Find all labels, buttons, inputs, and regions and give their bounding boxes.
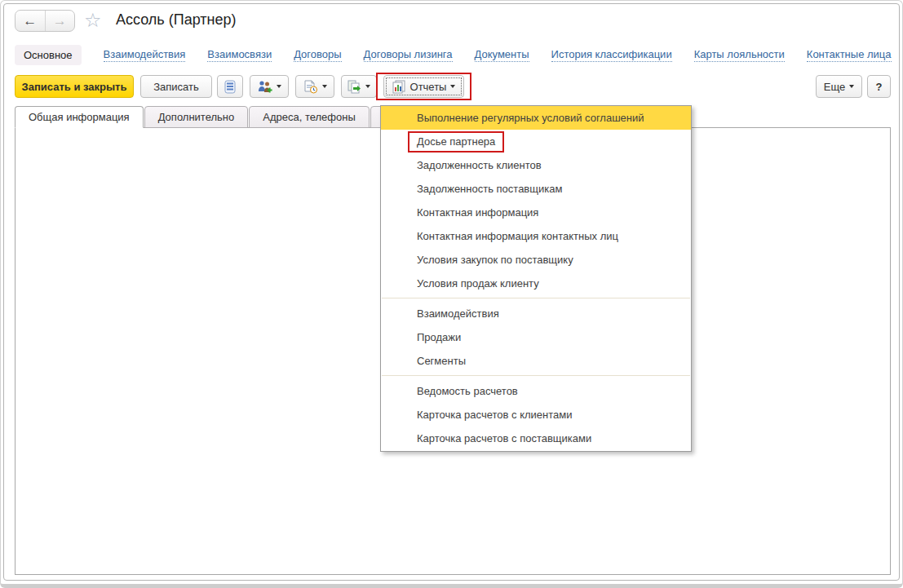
annotation-dossier-box: Досье партнера [408, 131, 504, 153]
menu-separator [381, 373, 691, 379]
nav-item-classification-history[interactable]: История классификации [551, 48, 672, 62]
people-add-icon [258, 80, 272, 94]
schedule-document-button[interactable] [295, 75, 334, 98]
reports-button[interactable]: Отчеты [383, 75, 464, 98]
menu-item-contact-persons-info[interactable]: Контактная информация контактных лиц [381, 224, 691, 248]
menu-item-settlement-sheet[interactable]: Ведомость расчетов [381, 379, 691, 403]
menu-item-client-debt[interactable]: Задолженность клиентов [381, 153, 691, 177]
create-based-on-button[interactable] [341, 75, 377, 98]
chevron-down-icon [450, 85, 455, 88]
document-clock-icon [303, 80, 318, 94]
page-title: Ассоль (Партнер) [116, 11, 236, 29]
nav-item-interactions[interactable]: Взаимодействия [104, 48, 186, 62]
nav-item-relations[interactable]: Взаимосвязи [207, 48, 272, 62]
list-icon [224, 80, 236, 94]
favorite-star-icon[interactable]: ☆ [84, 9, 102, 32]
menu-item-regular-terms[interactable]: Выполнение регулярных условий соглашений [381, 106, 691, 130]
section-nav: Основное Взаимодействия Взаимосвязи Дого… [15, 44, 903, 65]
copy-document-arrow-icon [347, 80, 361, 94]
nav-item-leasing-contracts[interactable]: Договоры лизинга [364, 48, 453, 62]
menu-item-purchase-terms[interactable]: Условия закупок по поставщику [381, 248, 691, 272]
back-arrow-icon: ← [23, 14, 37, 28]
reports-dropdown-menu: Выполнение регулярных условий соглашений… [380, 105, 692, 452]
nav-item-loyalty-cards[interactable]: Карты лояльности [694, 48, 785, 62]
menu-item-supplier-debt[interactable]: Задолженность поставщикам [381, 177, 691, 201]
partner-card-window: ← → ☆ Ассоль (Партнер) Основное Взаимоде… [0, 0, 903, 588]
chevron-down-icon [277, 85, 281, 88]
chevron-down-icon [365, 85, 370, 88]
chevron-down-icon [322, 85, 327, 88]
back-button[interactable]: ← [15, 11, 45, 31]
menu-item-sales[interactable]: Продажи [381, 325, 691, 349]
save-and-close-button[interactable]: Записать и закрыть [15, 75, 134, 98]
chevron-down-icon [849, 85, 854, 88]
tab-additional[interactable]: Дополнительно [144, 106, 249, 128]
forward-arrow-icon: → [53, 14, 67, 28]
more-button[interactable]: Еще [816, 75, 862, 98]
forward-button[interactable]: → [45, 11, 75, 31]
nav-item-contact-persons[interactable]: Контактные лица [807, 48, 892, 62]
nav-item-main[interactable]: Основное [15, 45, 82, 65]
menu-item-contact-info[interactable]: Контактная информация [381, 201, 691, 224]
menu-item-segments[interactable]: Сегменты [381, 349, 691, 373]
tab-general-info[interactable]: Общая информация [15, 106, 144, 128]
menu-item-supplier-settlement-card[interactable]: Карточка расчетов с поставщиками [381, 427, 691, 450]
help-button[interactable]: ? [867, 75, 891, 98]
add-contact-person-button[interactable] [250, 75, 289, 98]
menu-separator [381, 295, 691, 302]
toolbar: Записать и закрыть Записать [0, 75, 903, 99]
report-chart-icon [392, 80, 406, 94]
menu-item-client-settlement-card[interactable]: Карточка расчетов с клиентами [381, 403, 691, 427]
tab-addresses-phones[interactable]: Адреса, телефоны [249, 106, 370, 128]
history-nav: ← → [15, 10, 75, 32]
structure-button[interactable] [217, 75, 243, 98]
menu-item-interactions[interactable]: Взаимодействия [381, 302, 691, 325]
menu-item-partner-dossier[interactable]: Досье партнера [381, 130, 691, 153]
menu-item-sales-terms[interactable]: Условия продаж клиенту [381, 272, 691, 295]
save-button[interactable]: Записать [140, 75, 212, 98]
nav-item-documents[interactable]: Документы [475, 48, 529, 62]
nav-item-contracts[interactable]: Договоры [294, 48, 341, 62]
